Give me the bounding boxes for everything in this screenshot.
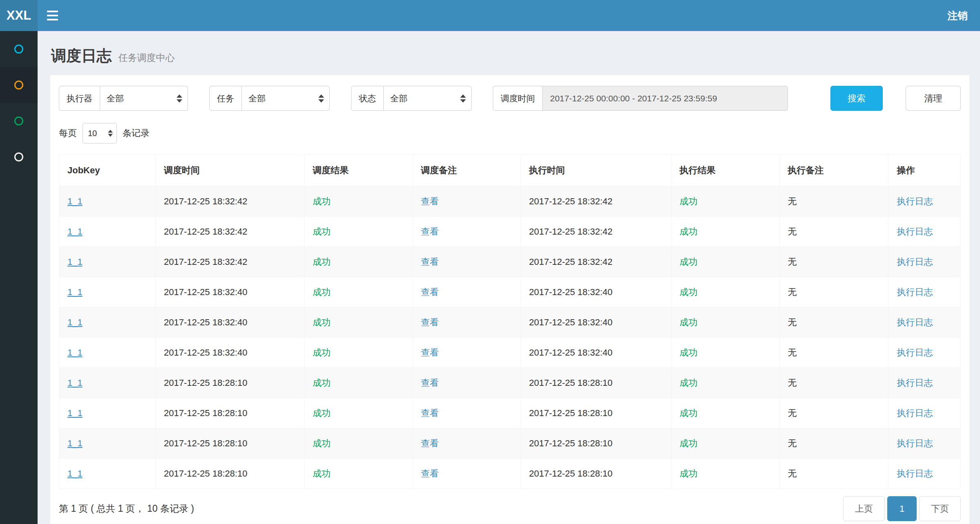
clear-button[interactable]: 清理	[906, 86, 961, 111]
execution-log-link[interactable]: 执行日志	[897, 378, 933, 388]
execution-log-link[interactable]: 执行日志	[897, 468, 933, 479]
handle-time-cell: 2017-12-25 18:32:42	[529, 226, 612, 237]
handle-result-cell: 成功	[680, 317, 698, 327]
handle-result-cell: 成功	[680, 468, 698, 479]
handle-time-cell: 2017-12-25 18:32:42	[529, 257, 612, 267]
sidebar	[0, 31, 38, 524]
logout-link[interactable]: 注销	[935, 0, 980, 31]
execution-log-link[interactable]: 执行日志	[897, 226, 933, 237]
current-page-button[interactable]: 1	[887, 496, 917, 521]
select-arrows-icon	[460, 94, 466, 103]
column-header-handle-time: 执行时间	[521, 155, 671, 186]
trigger-msg-link[interactable]: 查看	[421, 317, 439, 327]
handle-result-cell: 成功	[680, 257, 698, 267]
jobkey-link[interactable]: 1_1	[67, 408, 83, 418]
trigger-time-range-input[interactable]	[543, 86, 788, 111]
handle-time-cell: 2017-12-25 18:28:10	[529, 468, 612, 479]
status-select[interactable]: 全部	[384, 86, 472, 111]
trigger-msg-link[interactable]: 查看	[421, 438, 439, 448]
handle-time-cell: 2017-12-25 18:32:40	[529, 317, 612, 327]
handle-msg-cell: 无	[788, 196, 797, 206]
handle-msg-cell: 无	[788, 257, 797, 267]
trigger-result-cell: 成功	[313, 347, 331, 358]
trigger-time-filter-label: 调度时间	[493, 86, 543, 111]
execution-log-link[interactable]: 执行日志	[897, 438, 933, 448]
table-header-row: JobKey调度时间调度结果调度备注执行时间执行结果执行备注操作	[59, 155, 961, 186]
pagination-info: 第 1 页 ( 总共 1 页， 10 条记录 )	[59, 502, 194, 515]
next-page-button[interactable]: 下页	[919, 496, 961, 521]
handle-result-cell: 成功	[680, 408, 698, 418]
trigger-time-cell: 2017-12-25 18:32:40	[164, 317, 247, 327]
sidebar-item-3[interactable]	[0, 103, 38, 139]
trigger-time-cell: 2017-12-25 18:32:42	[164, 226, 247, 237]
jobkey-link[interactable]: 1_1	[67, 257, 83, 267]
trigger-msg-link[interactable]: 查看	[421, 378, 439, 388]
select-arrows-icon	[108, 130, 113, 137]
circle-icon	[14, 45, 23, 54]
handle-msg-cell: 无	[788, 468, 797, 479]
handle-time-cell: 2017-12-25 18:32:40	[529, 287, 612, 297]
page-size-value: 10	[88, 129, 97, 138]
trigger-result-cell: 成功	[313, 257, 331, 267]
page-size-control: 每页 10 条记录	[59, 123, 961, 143]
jobkey-link[interactable]: 1_1	[67, 468, 83, 479]
sidebar-item-4[interactable]	[0, 139, 38, 175]
trigger-time-cell: 2017-12-25 18:32:42	[164, 196, 247, 206]
execution-log-link[interactable]: 执行日志	[897, 408, 933, 418]
trigger-msg-link[interactable]: 查看	[421, 468, 439, 479]
main-content: 调度日志 任务调度中心 执行器 全部 任务 全部 状态	[38, 31, 980, 524]
column-header-handle-msg: 执行备注	[779, 155, 888, 186]
trigger-time-cell: 2017-12-25 18:32:40	[164, 287, 247, 297]
table-row: 1_12017-12-25 18:32:40成功查看2017-12-25 18:…	[59, 307, 961, 338]
filter-bar: 执行器 全部 任务 全部 状态 全部	[59, 86, 961, 111]
circle-icon	[14, 81, 23, 90]
jobkey-link[interactable]: 1_1	[67, 196, 83, 206]
trigger-msg-link[interactable]: 查看	[421, 196, 439, 206]
circle-icon	[14, 116, 23, 125]
trigger-result-cell: 成功	[313, 468, 331, 479]
trigger-result-cell: 成功	[313, 226, 331, 237]
trigger-result-cell: 成功	[313, 408, 331, 418]
sidebar-item-1[interactable]	[0, 31, 38, 67]
execution-log-link[interactable]: 执行日志	[897, 347, 933, 358]
job-select[interactable]: 全部	[242, 86, 330, 111]
trigger-msg-link[interactable]: 查看	[421, 347, 439, 358]
column-header-trigger-msg: 调度备注	[412, 155, 521, 186]
job-filter: 任务 全部	[209, 86, 330, 111]
executor-select-value: 全部	[107, 93, 124, 104]
prev-page-button[interactable]: 上页	[843, 496, 885, 521]
handle-result-cell: 成功	[680, 438, 698, 448]
executor-select[interactable]: 全部	[100, 86, 188, 111]
page-size-select[interactable]: 10	[83, 123, 117, 143]
jobkey-link[interactable]: 1_1	[67, 378, 83, 388]
column-header-trigger-time: 调度时间	[156, 155, 304, 186]
sidebar-item-2[interactable]	[0, 67, 38, 103]
trigger-result-cell: 成功	[313, 287, 331, 297]
trigger-msg-link[interactable]: 查看	[421, 408, 439, 418]
trigger-result-cell: 成功	[313, 438, 331, 448]
handle-msg-cell: 无	[788, 317, 797, 327]
execution-log-link[interactable]: 执行日志	[897, 257, 933, 267]
sidebar-toggle-button[interactable]	[38, 0, 67, 31]
jobkey-link[interactable]: 1_1	[67, 287, 83, 297]
jobkey-link[interactable]: 1_1	[67, 317, 83, 327]
page-size-prefix: 每页	[59, 127, 77, 139]
jobkey-link[interactable]: 1_1	[67, 226, 83, 237]
trigger-msg-link[interactable]: 查看	[421, 287, 439, 297]
top-navbar: XXL 注销	[0, 0, 980, 31]
execution-log-link[interactable]: 执行日志	[897, 196, 933, 206]
execution-log-link[interactable]: 执行日志	[897, 287, 933, 297]
handle-result-cell: 成功	[680, 378, 698, 388]
trigger-time-cell: 2017-12-25 18:28:10	[164, 378, 247, 388]
handle-result-cell: 成功	[680, 287, 698, 297]
execution-log-link[interactable]: 执行日志	[897, 317, 933, 327]
log-table: JobKey调度时间调度结果调度备注执行时间执行结果执行备注操作 1_12017…	[59, 154, 961, 489]
app-logo[interactable]: XXL	[0, 0, 38, 31]
trigger-msg-link[interactable]: 查看	[421, 226, 439, 237]
jobkey-link[interactable]: 1_1	[67, 347, 83, 358]
trigger-msg-link[interactable]: 查看	[421, 257, 439, 267]
jobkey-link[interactable]: 1_1	[67, 438, 83, 448]
page-size-suffix: 条记录	[123, 127, 150, 139]
handle-msg-cell: 无	[788, 438, 797, 448]
search-button[interactable]: 搜索	[830, 86, 883, 111]
